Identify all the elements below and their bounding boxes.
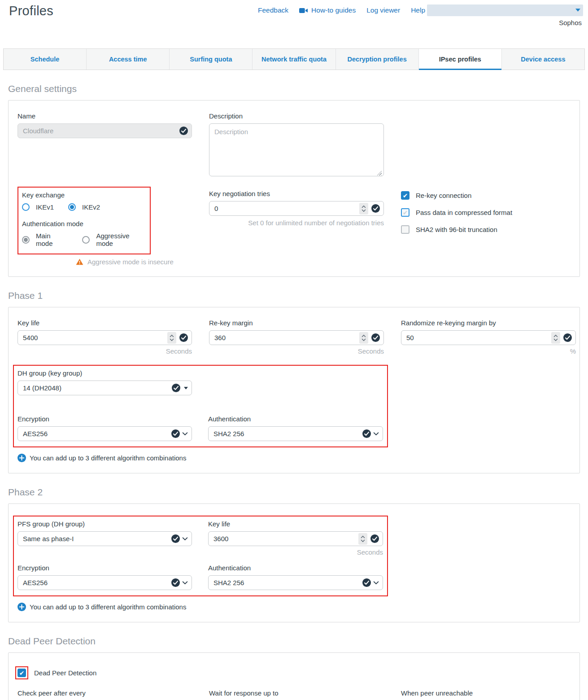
p1-encryption-select[interactable]: AES256 [17,426,192,441]
radio-aggressive-mode-label[interactable]: Aggressive mode [96,232,146,247]
p2-pfs-group-label: PFS group (DH group) [17,520,192,528]
p1-randomize-field[interactable] [401,330,576,345]
header-nav: Feedback How-to guides Log viewer Help [258,6,425,14]
phase1-heading: Phase 1 [8,290,580,301]
name-label: Name [17,112,192,120]
valid-check-icon [362,429,371,438]
phase2-heading: Phase 2 [8,487,580,498]
number-stepper[interactable] [551,332,560,344]
phase2-card: PFS group (DH group) Same as phase-I Key… [8,503,580,622]
radio-aggressive-mode[interactable] [82,236,90,244]
stepper-down-icon[interactable] [170,338,174,341]
p1-authentication-select[interactable]: SHA2 256 [208,426,383,441]
tab-decryption-profiles[interactable]: Decryption profiles [336,49,419,70]
radio-ikev2-label[interactable]: IKEv2 [82,203,100,211]
p1-encryption-label: Encryption [17,415,192,423]
stepper-down-icon[interactable] [553,338,558,341]
p2-encryption-label: Encryption [17,564,192,572]
number-stepper[interactable] [359,332,368,344]
add-combination-icon[interactable] [17,454,26,462]
description-textarea[interactable] [209,123,384,176]
stepper-up-icon[interactable] [170,334,174,337]
number-stepper[interactable] [358,533,367,545]
stepper-down-icon[interactable] [362,209,366,212]
help-link[interactable]: Help [411,6,425,14]
dpd-checkbox[interactable]: ✔ [17,669,26,677]
dpd-card: ✔ Dead Peer Detection Check peer after e… [8,652,580,700]
feedback-link[interactable]: Feedback [258,6,288,14]
p2-algorithms-highlight: PFS group (DH group) Same as phase-I Key… [13,516,388,596]
chevron-down-icon [575,9,580,12]
chevron-down-icon [373,432,379,436]
dpd-checkbox-label[interactable]: Dead Peer Detection [34,669,96,677]
number-stepper[interactable] [359,203,368,214]
brand-label: Sophos [559,19,582,26]
tab-surfing-quota[interactable]: Surfing quota [170,49,253,70]
valid-check-icon [371,333,380,342]
warning-icon [76,258,83,265]
p1-randomize-input[interactable] [406,334,551,341]
valid-check-icon [371,204,380,213]
rekey-connection-label[interactable]: Re-key connection [416,192,471,199]
chevron-down-icon [182,432,188,436]
tab-schedule[interactable]: Schedule [4,49,87,70]
number-stepper[interactable] [167,332,176,344]
radio-ikev1[interactable] [22,203,30,211]
dpd-heading: Dead Peer Detection [8,636,580,647]
tab-network-traffic-quota[interactable]: Network traffic quota [253,49,335,70]
howto-guides-link[interactable]: How-to guides [299,6,356,14]
radio-main-mode[interactable] [22,236,30,244]
sha2-truncation-checkbox[interactable]: ✔ [401,225,409,234]
dpd-checkbox-highlight: ✔ [15,666,28,679]
log-viewer-link[interactable]: Log viewer [366,6,400,14]
sha2-truncation-label[interactable]: SHA2 with 96-bit truncation [416,226,497,233]
p1-key-life-unit: Seconds [17,347,192,355]
p2-pfs-group-select[interactable]: Same as phase-I [17,531,192,546]
description-label: Description [209,112,384,120]
p2-authentication-select[interactable]: SHA2 256 [208,575,383,590]
p2-key-life-unit: Seconds [208,548,383,556]
compressed-format-checkbox[interactable]: ✔ [401,208,409,217]
valid-check-icon [171,429,180,438]
general-settings-card: Name Description Key exchange IKEv1 [8,100,580,277]
radio-main-mode-label[interactable]: Main mode [36,232,68,247]
stepper-down-icon[interactable] [361,539,365,542]
stepper-down-icon[interactable] [362,338,366,341]
valid-check-icon [563,333,572,342]
p1-dh-group-label: DH group (key group) [17,369,192,377]
compressed-format-label[interactable]: Pass data in compressed format [416,209,512,216]
p1-algorithms-highlight: DH group (key group) 14 (DH2048) Encrypt… [13,365,388,447]
aggressive-warning-text: Aggressive mode is insecure [87,258,174,266]
rekey-connection-checkbox[interactable]: ✔ [401,191,409,200]
p2-key-life-input[interactable] [213,535,358,542]
key-negotiation-input[interactable] [214,205,359,212]
tab-ipsec-profiles[interactable]: IPsec profiles [419,49,502,70]
tab-device-access[interactable]: Device access [502,49,584,70]
stepper-up-icon[interactable] [361,535,365,538]
account-selector-redacted[interactable] [427,4,583,16]
p1-key-life-input[interactable] [23,334,167,341]
valid-check-icon [179,333,188,342]
p1-rekey-margin-field[interactable] [209,330,384,345]
stepper-up-icon[interactable] [553,334,558,337]
p1-key-life-field[interactable] [17,330,192,345]
stepper-up-icon[interactable] [362,334,366,337]
general-settings-heading: General settings [8,83,580,94]
tab-access-time[interactable]: Access time [87,49,170,70]
p2-encryption-select[interactable]: AES256 [17,575,192,590]
p1-rekey-margin-unit: Seconds [209,347,384,355]
key-negotiation-help: Set 0 for unlimited number of negotiatio… [209,219,384,227]
dpd-unreachable-label: When peer unreachable [401,689,576,697]
p2-key-life-field[interactable] [208,531,383,546]
radio-ikev1-label[interactable]: IKEv1 [36,203,54,211]
p1-dh-group-select[interactable]: 14 (DH2048) [17,381,192,395]
p1-randomize-unit: % [401,347,576,355]
p1-key-life-label: Key life [17,319,192,327]
add-combination-icon[interactable] [17,603,26,611]
key-negotiation-field[interactable] [209,201,384,216]
dpd-check-peer-label: Check peer after every [17,689,192,697]
valid-check-icon [362,578,371,587]
p1-rekey-margin-input[interactable] [214,334,359,341]
radio-ikev2[interactable] [68,203,76,211]
stepper-up-icon[interactable] [362,205,366,208]
